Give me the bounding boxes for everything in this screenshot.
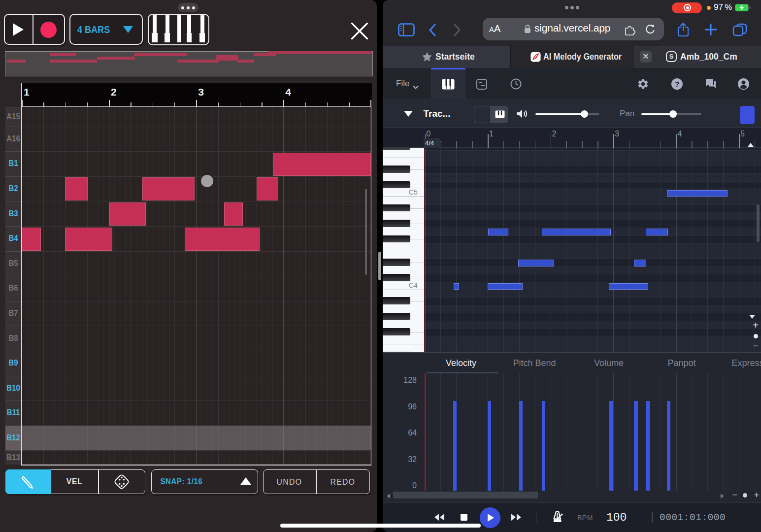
svg-text:?: ?	[675, 80, 679, 88]
